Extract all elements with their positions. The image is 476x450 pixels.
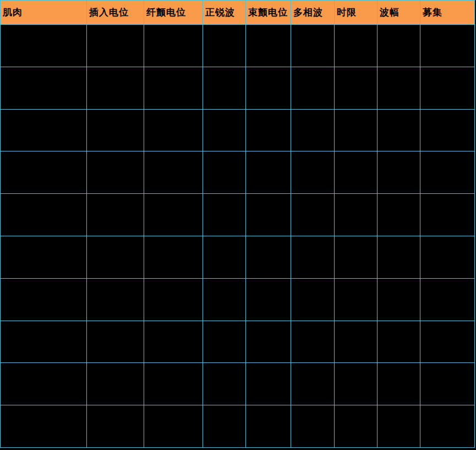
table-cell[interactable] xyxy=(203,405,246,448)
table-cell[interactable] xyxy=(291,25,335,67)
table-cell[interactable] xyxy=(377,278,420,321)
col-header-amplitude: 波幅 xyxy=(377,1,420,25)
table-cell[interactable] xyxy=(1,236,87,278)
table-cell[interactable] xyxy=(1,405,87,448)
table-cell[interactable] xyxy=(420,109,475,151)
table-cell[interactable] xyxy=(335,151,377,194)
table-cell[interactable] xyxy=(246,236,291,278)
table-cell[interactable] xyxy=(87,151,144,194)
table-cell[interactable] xyxy=(246,67,291,109)
table-cell[interactable] xyxy=(203,109,246,151)
table-cell[interactable] xyxy=(420,25,475,67)
table-cell[interactable] xyxy=(335,109,377,151)
table-cell[interactable] xyxy=(335,321,377,363)
table-cell[interactable] xyxy=(291,236,335,278)
table-cell[interactable] xyxy=(377,405,420,448)
table-cell[interactable] xyxy=(246,194,291,236)
col-header-positive-sharp-wave: 正锐波 xyxy=(203,1,246,25)
table-cell[interactable] xyxy=(1,363,87,405)
table-cell[interactable] xyxy=(420,194,475,236)
table-cell[interactable] xyxy=(144,405,203,448)
table-cell[interactable] xyxy=(203,151,246,194)
table-cell[interactable] xyxy=(335,25,377,67)
table-cell[interactable] xyxy=(87,363,144,405)
table-cell[interactable] xyxy=(87,109,144,151)
table-cell[interactable] xyxy=(420,67,475,109)
table-cell[interactable] xyxy=(203,278,246,321)
table-cell[interactable] xyxy=(144,363,203,405)
table-cell[interactable] xyxy=(87,194,144,236)
table-cell[interactable] xyxy=(1,109,87,151)
table-cell[interactable] xyxy=(144,151,203,194)
table-cell[interactable] xyxy=(144,236,203,278)
table-cell[interactable] xyxy=(335,194,377,236)
table-cell[interactable] xyxy=(291,321,335,363)
table-cell[interactable] xyxy=(1,278,87,321)
table-cell[interactable] xyxy=(420,321,475,363)
table-cell[interactable] xyxy=(420,405,475,448)
table-cell[interactable] xyxy=(203,321,246,363)
table-cell[interactable] xyxy=(144,194,203,236)
table-cell[interactable] xyxy=(377,151,420,194)
table-cell[interactable] xyxy=(1,67,87,109)
table-cell[interactable] xyxy=(246,321,291,363)
table-cell[interactable] xyxy=(291,67,335,109)
table-cell[interactable] xyxy=(87,236,144,278)
table-cell[interactable] xyxy=(377,194,420,236)
table-cell[interactable] xyxy=(1,321,87,363)
table-cell[interactable] xyxy=(1,194,87,236)
table-cell[interactable] xyxy=(144,25,203,67)
table-cell[interactable] xyxy=(335,278,377,321)
table-cell[interactable] xyxy=(144,109,203,151)
table-cell[interactable] xyxy=(291,194,335,236)
table-cell[interactable] xyxy=(1,151,87,194)
table-cell[interactable] xyxy=(1,25,87,67)
table-cell[interactable] xyxy=(144,321,203,363)
table-cell[interactable] xyxy=(335,405,377,448)
table-cell[interactable] xyxy=(144,278,203,321)
table-row xyxy=(1,321,475,363)
table-cell[interactable] xyxy=(377,109,420,151)
table-cell[interactable] xyxy=(246,109,291,151)
table-cell[interactable] xyxy=(144,67,203,109)
table-row xyxy=(1,194,475,236)
table-cell[interactable] xyxy=(87,405,144,448)
table-cell[interactable] xyxy=(420,363,475,405)
table-cell[interactable] xyxy=(246,25,291,67)
table-cell[interactable] xyxy=(377,363,420,405)
table-cell[interactable] xyxy=(203,194,246,236)
table-cell[interactable] xyxy=(87,25,144,67)
table-row xyxy=(1,363,475,405)
emg-exam-table: 肌肉 插入电位 纤颤电位 正锐波 束颤电位 多相波 时限 波幅 募集 xyxy=(0,0,475,448)
table-cell[interactable] xyxy=(203,236,246,278)
table-cell[interactable] xyxy=(377,67,420,109)
table-cell[interactable] xyxy=(420,151,475,194)
table-cell[interactable] xyxy=(377,236,420,278)
table-cell[interactable] xyxy=(246,363,291,405)
table-cell[interactable] xyxy=(377,25,420,67)
table-cell[interactable] xyxy=(87,278,144,321)
table-cell[interactable] xyxy=(420,236,475,278)
table-cell[interactable] xyxy=(246,151,291,194)
table-cell[interactable] xyxy=(335,67,377,109)
table-cell[interactable] xyxy=(335,363,377,405)
table-cell[interactable] xyxy=(420,278,475,321)
header-row: 肌肉 插入电位 纤颤电位 正锐波 束颤电位 多相波 时限 波幅 募集 xyxy=(1,1,475,25)
table-cell[interactable] xyxy=(335,236,377,278)
table-cell[interactable] xyxy=(203,363,246,405)
table-cell[interactable] xyxy=(291,363,335,405)
table-cell[interactable] xyxy=(246,405,291,448)
col-header-muscle: 肌肉 xyxy=(1,1,87,25)
table-cell[interactable] xyxy=(246,278,291,321)
table-cell[interactable] xyxy=(291,109,335,151)
table-row xyxy=(1,405,475,448)
table-cell[interactable] xyxy=(203,67,246,109)
table-cell[interactable] xyxy=(291,151,335,194)
table-cell[interactable] xyxy=(203,25,246,67)
page: { "colors": { "header_bg": "#FA9A4B", "g… xyxy=(0,0,476,450)
table-cell[interactable] xyxy=(87,321,144,363)
table-cell[interactable] xyxy=(291,405,335,448)
table-cell[interactable] xyxy=(377,321,420,363)
table-cell[interactable] xyxy=(87,67,144,109)
table-cell[interactable] xyxy=(291,278,335,321)
